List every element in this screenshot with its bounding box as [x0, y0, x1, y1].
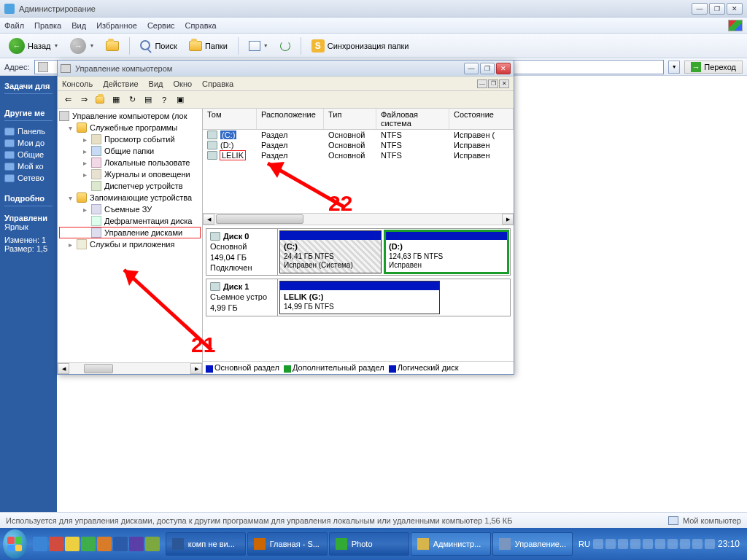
clock[interactable]: 23:10: [718, 539, 740, 549]
partition[interactable]: (D:)124,63 ГБ NTFSИсправен: [384, 230, 508, 273]
tree-disk-management[interactable]: Управление дисками: [59, 227, 201, 238]
menu-help[interactable]: Справка: [202, 79, 233, 88]
tray-icon[interactable]: [630, 539, 640, 549]
tray-icon[interactable]: [643, 539, 653, 549]
col-fs[interactable]: Файловая система: [376, 109, 449, 129]
menu-console[interactable]: Консоль: [62, 79, 93, 88]
menu-edit[interactable]: Правка: [34, 21, 61, 30]
tray-icon[interactable]: [655, 539, 665, 549]
volume-table[interactable]: Том Расположение Тип Файловая система Со…: [203, 109, 514, 225]
system-tray[interactable]: RU 23:10: [574, 539, 744, 549]
mmc-maximize-button[interactable]: ❐: [480, 63, 495, 74]
menu-tools[interactable]: Сервис: [147, 21, 175, 30]
taskbar-item[interactable]: Photo: [329, 532, 409, 556]
quicklaunch-item[interactable]: [81, 537, 96, 551]
up-button[interactable]: [101, 39, 123, 53]
tree-root[interactable]: Управление компьютером (лок: [59, 110, 201, 122]
help-icon[interactable]: ?: [157, 93, 171, 107]
disk-layout[interactable]: Диск 0Основной149,04 ГБПодключен(C:)24,4…: [203, 225, 514, 361]
tree-events[interactable]: ▸Просмотр событий: [59, 133, 201, 145]
child-close[interactable]: ✕: [499, 79, 509, 88]
sidebar-item[interactable]: Мои до: [4, 137, 53, 149]
quicklaunch-item[interactable]: [49, 537, 63, 551]
up-icon[interactable]: [93, 93, 107, 107]
tray-icon[interactable]: [618, 539, 628, 549]
taskbar[interactable]: комп не ви...Главная - S...PhotoАдминист…: [0, 528, 747, 560]
sidebar-item[interactable]: Общие: [4, 149, 53, 160]
nav-back-icon[interactable]: ⇐: [61, 93, 75, 107]
maximize-button[interactable]: ❐: [709, 3, 725, 15]
dropdown-icon[interactable]: ▼: [89, 43, 94, 48]
tree-removable[interactable]: ▸Съемные ЗУ: [59, 203, 201, 215]
disk-label[interactable]: Диск 0Основной149,04 ГБПодключен: [206, 229, 278, 275]
mmc-minimize-button[interactable]: —: [464, 63, 479, 74]
scroll-left-icon[interactable]: ◀: [58, 363, 69, 374]
partition[interactable]: LELIK (G:)14,99 ГБ NTFS: [279, 281, 440, 314]
sidebar-item[interactable]: Сетево: [4, 172, 53, 184]
col-type[interactable]: Тип: [324, 109, 376, 129]
mmc-menubar[interactable]: Консоль Действие Вид Окно Справка — ❐ ✕: [58, 77, 514, 91]
tree-defrag[interactable]: Дефрагментация диска: [59, 215, 201, 227]
taskbar-item[interactable]: Главная - S...: [247, 532, 328, 556]
tree-group-tools[interactable]: ▾ Служебные программы: [59, 122, 201, 133]
extra-icon[interactable]: ▣: [173, 93, 187, 107]
scroll-left-icon[interactable]: ◀: [203, 214, 214, 225]
tree-group-services[interactable]: ▸ Службы и приложения: [59, 238, 201, 250]
quicklaunch-item[interactable]: [129, 537, 144, 551]
child-restore[interactable]: ❐: [488, 79, 498, 88]
col-volume[interactable]: Том: [203, 109, 257, 129]
tree-users[interactable]: ▸Локальные пользовате: [59, 157, 201, 168]
back-button[interactable]: ← Назад ▼: [4, 36, 63, 56]
tree-hscrollbar[interactable]: ◀ ▶: [58, 362, 202, 374]
menu-view[interactable]: Вид: [149, 79, 163, 88]
computer-management-window[interactable]: Управление компьютером — ❐ ✕ Консоль Дей…: [57, 60, 514, 375]
quicklaunch-item[interactable]: [33, 537, 47, 551]
taskbar-item[interactable]: комп не ви...: [166, 532, 246, 556]
tray-icon[interactable]: [605, 539, 616, 549]
search-button[interactable]: Поиск: [136, 38, 181, 54]
collapse-icon[interactable]: ▾: [66, 194, 74, 202]
col-status[interactable]: Состояние: [449, 109, 514, 129]
refresh-button[interactable]: [276, 39, 295, 53]
tree-devmgr[interactable]: Диспетчер устройств: [59, 180, 201, 192]
lang-indicator[interactable]: RU: [578, 540, 590, 548]
quicklaunch-item[interactable]: [113, 537, 128, 551]
sidebar-item[interactable]: Панель: [4, 125, 53, 137]
quicklaunch-item[interactable]: [145, 537, 160, 551]
minimize-button[interactable]: —: [692, 3, 708, 15]
go-button[interactable]: → Переход: [684, 61, 743, 74]
folders-button[interactable]: Папки: [185, 39, 232, 53]
tray-icon[interactable]: [705, 539, 715, 549]
child-minimize[interactable]: —: [477, 79, 487, 88]
menu-view[interactable]: Вид: [71, 21, 86, 30]
partition[interactable]: (C:)24,41 ГБ NTFSИсправен (Система): [279, 230, 382, 273]
tray-icon[interactable]: [680, 539, 690, 549]
menu-action[interactable]: Действие: [103, 79, 138, 88]
views-button[interactable]: ▼: [244, 39, 273, 53]
volume-row[interactable]: (D:)РазделОсновнойNTFSИсправен: [203, 140, 514, 150]
close-button[interactable]: ✕: [727, 3, 743, 15]
quicklaunch-item[interactable]: [65, 537, 80, 551]
tray-icon[interactable]: [593, 539, 603, 549]
sidebar-item[interactable]: Мой ко: [4, 160, 53, 172]
tray-icon[interactable]: [692, 539, 703, 549]
quicklaunch[interactable]: [28, 537, 164, 551]
menu-file[interactable]: Файл: [4, 21, 24, 30]
sync-button[interactable]: S Синхронизация папки: [307, 37, 414, 55]
refresh-icon[interactable]: ↻: [125, 93, 139, 107]
mmc-titlebar[interactable]: Управление компьютером — ❐ ✕: [58, 61, 514, 77]
nav-fwd-icon[interactable]: ⇒: [77, 93, 91, 107]
taskbar-item[interactable]: Управление...: [492, 532, 573, 556]
taskbar-item[interactable]: Администр...: [411, 532, 491, 556]
tree-group-storage[interactable]: ▾ Запоминающие устройства: [59, 192, 201, 203]
scroll-right-icon[interactable]: ▶: [190, 363, 202, 374]
mmc-close-button[interactable]: ✕: [496, 63, 511, 74]
dropdown-icon[interactable]: ▼: [54, 43, 59, 48]
scroll-thumb[interactable]: [84, 364, 113, 373]
tree-shared[interactable]: ▸Общие папки: [59, 145, 201, 157]
col-layout[interactable]: Расположение: [257, 109, 324, 129]
tray-icon[interactable]: [667, 539, 678, 549]
address-dropdown[interactable]: ▼: [668, 61, 680, 74]
volume-header[interactable]: Том Расположение Тип Файловая система Со…: [203, 109, 514, 130]
quicklaunch-item[interactable]: [97, 537, 112, 551]
